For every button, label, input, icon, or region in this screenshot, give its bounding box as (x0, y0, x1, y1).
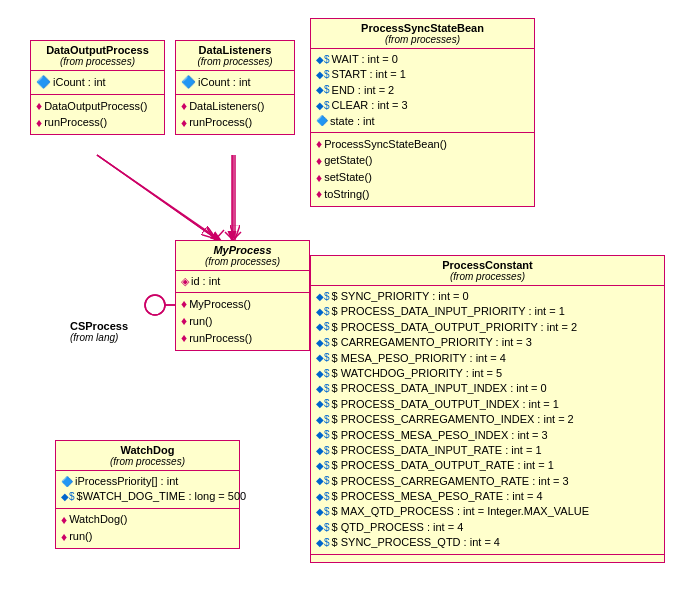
mp-constructor: ♦ MyProcess() (181, 296, 304, 313)
data-output-process-methods: ♦ DataOutputProcess() ♦ runProcess() (31, 94, 164, 135)
pc-icon-13: ◆$ (316, 474, 330, 488)
mp-runprocess: ♦ runProcess() (181, 330, 304, 347)
pssb-start: ◆$ START : int = 1 (316, 67, 529, 82)
field-icon-dl: 🔷 (181, 74, 196, 91)
pc-icon-15: ◆$ (316, 505, 330, 519)
method-icon: ♦ (36, 98, 42, 115)
field-icon-state: 🔷 (316, 114, 328, 128)
pc-max-qtd-process: ◆$ $ MAX_QTD_PROCESS : int = Integer.MAX… (316, 504, 659, 519)
pssb-method-icon-3: ♦ (316, 170, 322, 187)
static-icon-end: ◆$ (316, 83, 330, 97)
pc-icon-17: ◆$ (316, 536, 330, 550)
pc-icon-3: ◆$ (316, 320, 330, 334)
data-listeners-title: DataListeners (176, 41, 294, 56)
pssb-wait: ◆$ WAIT : int = 0 (316, 52, 529, 67)
pssb-state: 🔷 state : int (316, 114, 529, 129)
data-output-process-box: DataOutputProcess (from processes) 🔷 iCo… (30, 40, 165, 135)
data-listeners-box: DataListeners (from processes) 🔷 iCount … (175, 40, 295, 135)
data-listeners-fields: 🔷 iCount : int (176, 70, 294, 94)
pc-icon-6: ◆$ (316, 367, 330, 381)
pssb-subtitle: (from processes) (311, 34, 534, 48)
pc-fields: ◆$ $ SYNC_PRIORITY : int = 0 ◆$ $ PROCES… (311, 285, 664, 554)
wd-method-icon-2: ♦ (61, 529, 67, 546)
my-process-box: MyProcess (from processes) ◈ id : int ♦ … (175, 240, 310, 351)
wd-field-time: ◆$ $WATCH_DOG_TIME : long = 500 (61, 489, 234, 504)
pssb-getstate: ♦ getState() (316, 153, 529, 170)
static-icon-wait: ◆$ (316, 53, 330, 67)
method-icon-dl: ♦ (181, 98, 187, 115)
pc-icon-4: ◆$ (316, 336, 330, 350)
pc-icon-5: ◆$ (316, 351, 330, 365)
field-icount: 🔷 iCount : int (36, 74, 159, 91)
pc-subtitle: (from processes) (311, 271, 664, 285)
pssb-clear: ◆$ CLEAR : int = 3 (316, 98, 529, 113)
pssb-method-icon-2: ♦ (316, 153, 322, 170)
static-icon-start: ◆$ (316, 68, 330, 82)
pc-sync-process-qtd: ◆$ $ SYNC_PROCESS_QTD : int = 4 (316, 535, 659, 550)
pc-data-input-rate: ◆$ $ PROCESS_DATA_INPUT_RATE : int = 1 (316, 443, 659, 458)
process-sync-state-bean-box: ProcessSyncStateBean (from processes) ◆$… (310, 18, 535, 207)
pc-icon-11: ◆$ (316, 444, 330, 458)
svg-line-4 (97, 155, 215, 238)
svg-line-0 (97, 155, 220, 240)
pssb-tostring: ♦ toString() (316, 186, 529, 203)
pssb-setstate: ♦ setState() (316, 170, 529, 187)
pc-watchdog-priority: ◆$ $ WATCHDOG_PRIORITY : int = 5 (316, 366, 659, 381)
pc-icon-9: ◆$ (316, 413, 330, 427)
pc-icon-10: ◆$ (316, 428, 330, 442)
pc-empty-section (311, 554, 664, 562)
pc-icon-14: ◆$ (316, 490, 330, 504)
pc-sync-priority: ◆$ $ SYNC_PRIORITY : int = 0 (316, 289, 659, 304)
watchdog-fields: 🔷 iProcessPriority[] : int ◆$ $WATCH_DOG… (56, 470, 239, 508)
pc-mesa-peso-index: ◆$ $ PROCESS_MESA_PESO_INDEX : int = 3 (316, 428, 659, 443)
pssb-title: ProcessSyncStateBean (311, 19, 534, 34)
mp-field-icon: ◈ (181, 274, 189, 289)
pc-data-input-index: ◆$ $ PROCESS_DATA_INPUT_INDEX : int = 0 (316, 381, 659, 396)
method-icon-dl-2: ♦ (181, 115, 187, 132)
wd-static-icon-1: 🔷 (61, 475, 73, 489)
my-process-subtitle: (from processes) (176, 256, 309, 270)
pc-qtd-process: ◆$ $ QTD_PROCESS : int = 4 (316, 520, 659, 535)
wd-run: ♦ run() (61, 529, 234, 546)
pc-icon-8: ◆$ (316, 397, 330, 411)
method-icon-2: ♦ (36, 115, 42, 132)
wd-constructor: ♦ WatchDog() (61, 512, 234, 529)
svg-line-7 (97, 155, 215, 238)
watchdog-methods: ♦ WatchDog() ♦ run() (56, 508, 239, 549)
data-output-process-title: DataOutputProcess (31, 41, 164, 56)
pc-data-output-priority: ◆$ $ PROCESS_DATA_OUTPUT_PRIORITY : int … (316, 320, 659, 335)
diagram-container: DataOutputProcess (from processes) 🔷 iCo… (0, 0, 680, 602)
pc-carregamento-priority: ◆$ $ CARREGAMENTO_PRIORITY : int = 3 (316, 335, 659, 350)
pc-title: ProcessConstant (311, 256, 664, 271)
my-process-methods: ♦ MyProcess() ♦ run() ♦ runProcess() (176, 292, 309, 349)
pssb-method-icon-1: ♦ (316, 136, 322, 153)
mp-run: ♦ run() (181, 313, 304, 330)
svg-point-9 (145, 295, 165, 315)
method-dl-constructor: ♦ DataListeners() (181, 98, 289, 115)
method-dl-runprocess: ♦ runProcess() (181, 115, 289, 132)
my-process-fields: ◈ id : int (176, 270, 309, 292)
watchdog-title: WatchDog (56, 441, 239, 456)
svg-point-2 (145, 295, 165, 315)
mp-method-icon-3: ♦ (181, 330, 187, 347)
wd-field-priority: 🔷 iProcessPriority[] : int (61, 474, 234, 489)
pc-carregamento-rate: ◆$ $ PROCESS_CARREGAMENTO_RATE : int = 3 (316, 474, 659, 489)
pssb-constructor: ♦ ProcessSyncStateBean() (316, 136, 529, 153)
field-icount-dl: 🔷 iCount : int (181, 74, 289, 91)
pc-mesa-peso-priority: ◆$ $ MESA_PESO_PRIORITY : int = 4 (316, 351, 659, 366)
csprocess-sub: (from lang) (70, 332, 128, 343)
data-output-process-subtitle: (from processes) (31, 56, 164, 70)
csprocess-label: CSProcess (from lang) (70, 320, 128, 343)
pc-data-input-priority: ◆$ $ PROCESS_DATA_INPUT_PRIORITY : int =… (316, 304, 659, 319)
pc-mesa-peso-rate: ◆$ $ PROCESS_MESA_PESO_RATE : int = 4 (316, 489, 659, 504)
method-runprocess: ♦ runProcess() (36, 115, 159, 132)
data-listeners-methods: ♦ DataListeners() ♦ runProcess() (176, 94, 294, 135)
mp-field-id: ◈ id : int (181, 274, 304, 289)
wd-method-icon-1: ♦ (61, 512, 67, 529)
pc-icon-2: ◆$ (316, 305, 330, 319)
pc-icon-16: ◆$ (316, 521, 330, 535)
field-icon: 🔷 (36, 74, 51, 91)
pc-icon-12: ◆$ (316, 459, 330, 473)
wd-static-icon-2: ◆$ (61, 490, 75, 504)
my-process-title: MyProcess (176, 241, 309, 256)
